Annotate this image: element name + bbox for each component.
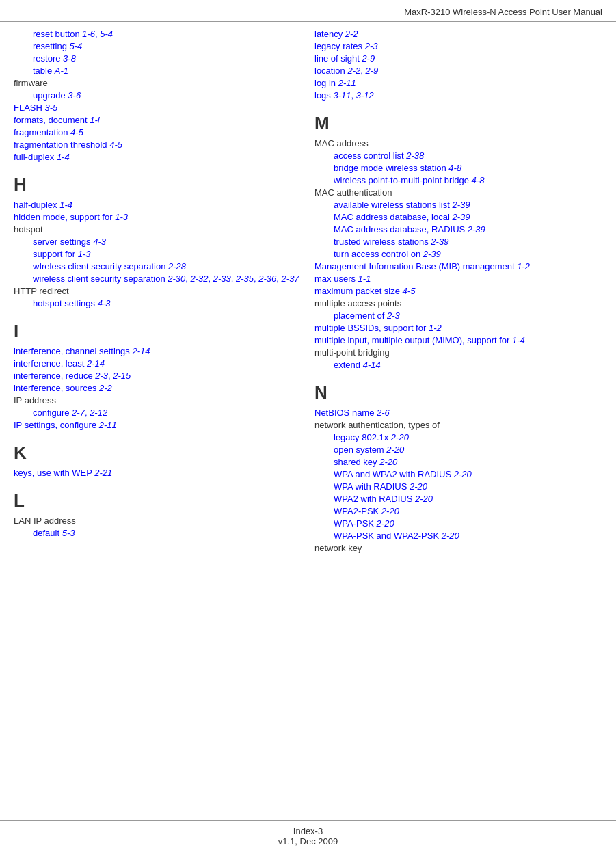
list-item: default 5-3 bbox=[14, 528, 301, 538]
list-item: formats, document 1-i bbox=[14, 115, 301, 125]
list-item: HTTP redirect bbox=[14, 286, 301, 296]
list-item: open system 2-20 bbox=[314, 444, 602, 455]
list-item: legacy 802.1x 2-20 bbox=[314, 432, 602, 442]
section-k: K keys, use with WEP 2-21 bbox=[14, 442, 301, 478]
entry-firmware: firmware bbox=[14, 78, 48, 88]
section-letter-h: H bbox=[14, 174, 301, 196]
section-letter-n: N bbox=[314, 382, 602, 403]
list-item: line of sight 2-9 bbox=[314, 53, 602, 64]
left-column: reset button 1-6, 5-4 resetting 5-4 rest… bbox=[14, 29, 301, 555]
list-item: WPA-PSK and WPA2-PSK 2-20 bbox=[314, 531, 602, 541]
list-item: hidden mode, support for 1-3 bbox=[14, 212, 301, 222]
list-item: max users 1-1 bbox=[314, 274, 602, 284]
list-item: shared key 2-20 bbox=[314, 457, 602, 467]
list-item: upgrade 3-6 bbox=[14, 90, 301, 101]
list-item: maximum packet size 4-5 bbox=[314, 286, 602, 296]
section-i: I interference, channel settings 2-14 in… bbox=[14, 321, 301, 430]
list-item: placement of 2-3 bbox=[314, 310, 602, 321]
page-header: MaxR-3210 Wireless-N Access Point User M… bbox=[0, 0, 616, 22]
list-item: logs 3-11, 3-12 bbox=[314, 90, 602, 101]
list-item: full-duplex 1-4 bbox=[14, 152, 301, 162]
list-item: IP settings, configure 2-11 bbox=[14, 420, 301, 430]
list-item: interference, least 2-14 bbox=[14, 358, 301, 369]
list-item: WPA2-PSK 2-20 bbox=[314, 506, 602, 516]
list-item: hotspot settings 4-3 bbox=[14, 298, 301, 308]
list-item: bridge mode wireless station 4-8 bbox=[314, 163, 602, 173]
list-item: MAC address database, local 2-39 bbox=[314, 212, 602, 222]
list-item: MAC address bbox=[314, 138, 602, 148]
section-letter-i: I bbox=[14, 321, 301, 342]
list-item: NetBIOS name 2-6 bbox=[314, 408, 602, 418]
list-item: reset button 1-6, 5-4 bbox=[14, 29, 301, 39]
list-item: WPA with RADIUS 2-20 bbox=[314, 481, 602, 492]
content-area: reset button 1-6, 5-4 resetting 5-4 rest… bbox=[0, 22, 616, 583]
list-item: interference, channel settings 2-14 bbox=[14, 346, 301, 356]
list-item: multiple BSSIDs, support for 1-2 bbox=[314, 323, 602, 333]
list-item: interference, sources 2-2 bbox=[14, 383, 301, 393]
list-item: trusted wireless stations 2-39 bbox=[314, 237, 602, 247]
list-item: wireless point-to-multi-point bridge 4-8 bbox=[314, 175, 602, 185]
list-item: firmware bbox=[14, 78, 301, 88]
footer-page: Index-3 bbox=[293, 826, 323, 836]
list-item: FLASH 3-5 bbox=[14, 103, 301, 113]
list-item: fragmentation threshold 4-5 bbox=[14, 139, 301, 150]
list-item: multiple input, multiple output (MIMO), … bbox=[314, 335, 602, 345]
list-item: multiple access points bbox=[314, 298, 602, 308]
page-footer: Index-3 v1.1, Dec 2009 bbox=[0, 820, 616, 852]
list-item: network key bbox=[314, 543, 602, 553]
list-item: WPA-PSK 2-20 bbox=[314, 518, 602, 529]
list-item: location 2-2, 2-9 bbox=[314, 66, 602, 76]
list-item: resetting 5-4 bbox=[14, 41, 301, 51]
section-letter-k: K bbox=[14, 442, 301, 464]
list-item: server settings 4-3 bbox=[14, 237, 301, 247]
list-item: latency 2-2 bbox=[314, 29, 602, 39]
section-letter-m: M bbox=[314, 113, 602, 134]
list-item: LAN IP address bbox=[14, 516, 301, 526]
list-item: IP address bbox=[14, 395, 301, 405]
list-item: WPA2 with RADIUS 2-20 bbox=[314, 494, 602, 504]
list-item: extend 4-14 bbox=[314, 360, 602, 370]
list-item: log in 2-11 bbox=[314, 78, 602, 88]
list-item: table A-1 bbox=[14, 66, 301, 76]
list-item: wireless client security separation 2-30… bbox=[14, 274, 301, 284]
section-l: L LAN IP address default 5-3 bbox=[14, 490, 301, 538]
section-m: M MAC address access control list 2-38 b… bbox=[314, 113, 602, 370]
list-item: MAC address database, RADIUS 2-39 bbox=[314, 224, 602, 235]
list-item: access control list 2-38 bbox=[314, 150, 602, 161]
list-item: configure 2-7, 2-12 bbox=[14, 408, 301, 418]
list-item: WPA and WPA2 with RADIUS 2-20 bbox=[314, 469, 602, 479]
list-item: Management Information Base (MIB) manage… bbox=[314, 261, 602, 271]
section-h: H half-duplex 1-4 hidden mode, support f… bbox=[14, 174, 301, 308]
list-item: support for 1-3 bbox=[14, 249, 301, 259]
list-item: network authentication, types of bbox=[314, 420, 602, 430]
list-item: interference, reduce 2-3, 2-15 bbox=[14, 371, 301, 381]
list-item: wIreless client security separation 2-28 bbox=[14, 261, 301, 271]
list-item: available wireless stations list 2-39 bbox=[314, 200, 602, 210]
section-letter-l: L bbox=[14, 490, 301, 511]
footer-version: v1.1, Dec 2009 bbox=[278, 836, 338, 847]
list-item: multi-point bridging bbox=[314, 347, 602, 358]
header-title: MaxR-3210 Wireless-N Access Point User M… bbox=[404, 7, 602, 17]
right-column: latency 2-2 legacy rates 2-3 line of sig… bbox=[314, 29, 602, 555]
list-item: hotspot bbox=[14, 224, 301, 235]
list-item: restore 3-8 bbox=[14, 53, 301, 64]
list-item: half-duplex 1-4 bbox=[14, 200, 301, 210]
list-item: legacy rates 2-3 bbox=[314, 41, 602, 51]
list-item: turn access control on 2-39 bbox=[314, 249, 602, 259]
list-item: fragmentation 4-5 bbox=[14, 127, 301, 137]
section-n: N NetBIOS name 2-6 network authenticatio… bbox=[314, 382, 602, 553]
list-item: MAC authentication bbox=[314, 187, 602, 198]
list-item: keys, use with WEP 2-21 bbox=[14, 468, 301, 478]
